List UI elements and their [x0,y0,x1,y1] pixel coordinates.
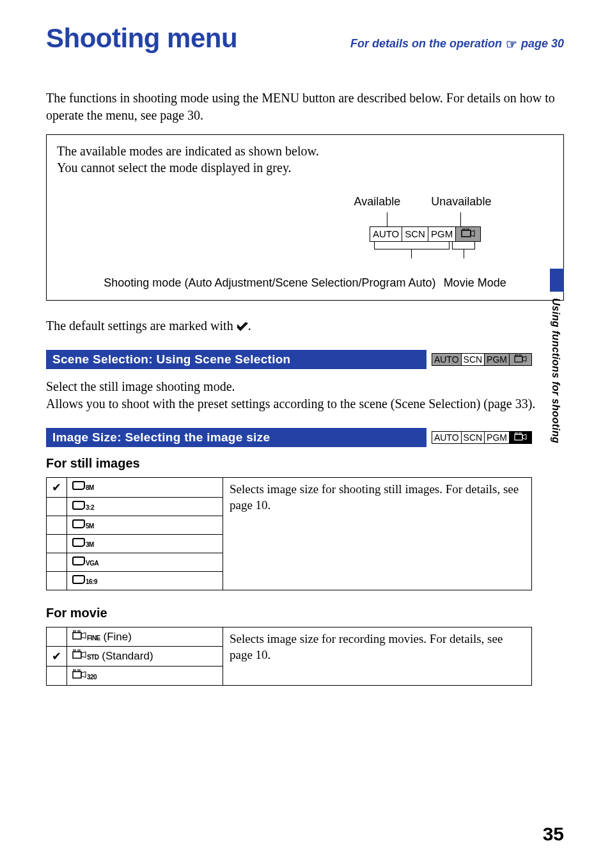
bracket-stem-left [411,249,412,258]
svg-rect-12 [73,652,81,658]
badge-pgm: PGM [485,354,510,365]
caption-shooting-mode: Shooting mode (Auto Adjustment/Scene Sel… [104,276,435,290]
scene-mode-badges: AUTO SCN PGM [432,353,532,366]
header-detail-text: For details on the operation [350,37,502,51]
badge-scn: SCN [462,432,485,443]
movie-options-desc: Selects image size for recording movies.… [223,627,532,685]
svg-rect-3 [515,356,522,362]
option-5m[interactable]: 5M [67,516,223,534]
default-note-suffix: . [248,319,251,333]
label-available: Available [354,195,401,209]
label-unavailable: Unavailable [431,195,491,209]
movie-size-icon [72,630,86,640]
image-size-icon [72,556,85,565]
section-title-scene: Scene Selection: Using Scene Selection [46,350,426,369]
header-page-ref: page 30 [521,37,564,51]
badge-movie-icon [510,432,531,443]
mode-pgm: PGM [428,227,456,241]
image-size-icon [72,481,85,490]
svg-rect-6 [515,434,522,440]
svg-rect-0 [462,230,471,237]
movie-size-icon [72,669,86,679]
option-checkmark [47,534,67,553]
stem-unavailable [460,212,461,226]
movie-size-icon [72,649,86,659]
table-row: FINE (Fine) Selects image size for recor… [47,627,532,646]
svg-rect-10 [74,630,75,632]
option-vga[interactable]: VGA [67,553,223,571]
svg-rect-17 [78,669,80,671]
diagram-top-labels: Available Unavailable [354,195,492,209]
default-note-prefix: The default settings are marked with [46,319,237,333]
mode-box-text: The available modes are indicated as sho… [57,143,553,176]
badge-movie-icon [510,354,531,365]
diagram-stems [374,212,476,226]
movie-options-table: FINE (Fine) Selects image size for recor… [46,627,532,686]
mode-box-line2: You cannot select the mode displayed in … [57,161,292,175]
option-fine[interactable]: FINE (Fine) [67,627,223,646]
mode-movie-icon [456,227,480,241]
badge-auto: AUTO [432,354,462,365]
svg-rect-16 [74,669,75,671]
svg-rect-9 [73,633,81,639]
option-3-2[interactable]: 3:2 [67,497,223,516]
bracket-movie [452,242,475,249]
option-320[interactable]: 320 [67,666,223,685]
stem-available [387,212,387,226]
option-checkmark [47,497,67,516]
svg-rect-15 [73,672,81,678]
still-images-heading: For still images [46,456,564,471]
page-title: Shooting menu [46,23,237,54]
option-standard[interactable]: STD (Standard) [67,646,223,666]
page-number: 35 [543,823,564,845]
badge-pgm: PGM [485,432,510,443]
image-size-icon [72,575,85,584]
image-mode-badges: AUTO SCN PGM [432,431,532,444]
image-size-icon [72,501,85,510]
svg-rect-14 [78,649,80,651]
option-checkmark: ✔ [47,477,67,497]
mode-scn: SCN [402,227,428,241]
option-checkmark [47,666,67,685]
bracket-shooting [374,242,450,249]
mode-strip: AUTO SCN PGM [370,226,481,242]
section-bar-image-size: Image Size: Selecting the image size AUT… [46,428,532,447]
still-image-options-table: ✔ 8M Selects image size for shooting sti… [46,477,532,590]
intro-paragraph: The functions in shooting mode using the… [46,90,564,124]
checkmark-icon [237,320,248,335]
svg-rect-13 [74,649,75,651]
svg-rect-11 [78,630,80,632]
header-detail-link[interactable]: For details on the operation ☞ page 30 [350,36,564,52]
option-suffix: (Fine) [100,631,132,643]
diagram-caption: Shooting mode (Auto Adjustment/Scene Sel… [57,276,553,290]
svg-rect-1 [463,228,465,230]
option-checkmark: ✔ [47,646,67,666]
page-header: Shooting menu For details on the operati… [46,23,564,54]
option-checkmark [47,516,67,534]
badge-auto: AUTO [432,432,462,443]
mode-diagram: Available Unavailable AUTO SCN PGM [57,195,553,290]
diagram-brackets [374,242,476,258]
caption-movie-mode: Movie Mode [444,276,506,290]
option-checkmark [47,553,67,571]
side-tab: Using functions for shooting [550,269,564,443]
still-options-desc: Selects image size for shooting still im… [223,477,532,590]
option-8m[interactable]: 8M [67,477,223,497]
option-suffix: (Standard) [99,650,153,662]
option-checkmark [47,627,67,646]
section-title-image-size: Image Size: Selecting the image size [46,428,426,447]
option-16-9[interactable]: 16:9 [67,571,223,590]
image-size-icon [72,538,85,547]
page-container: Shooting menu For details on the operati… [0,0,610,868]
table-row: ✔ 8M Selects image size for shooting sti… [47,477,532,497]
option-checkmark [47,571,67,590]
svg-rect-2 [467,228,469,230]
svg-rect-7 [515,432,517,434]
option-3m[interactable]: 3M [67,534,223,553]
mode-auto: AUTO [370,227,402,241]
image-size-icon [72,519,85,528]
mode-availability-box: The available modes are indicated as sho… [46,134,564,301]
pointing-hand-icon: ☞ [506,36,517,52]
svg-rect-5 [519,354,521,356]
bracket-stem-right [464,249,464,258]
